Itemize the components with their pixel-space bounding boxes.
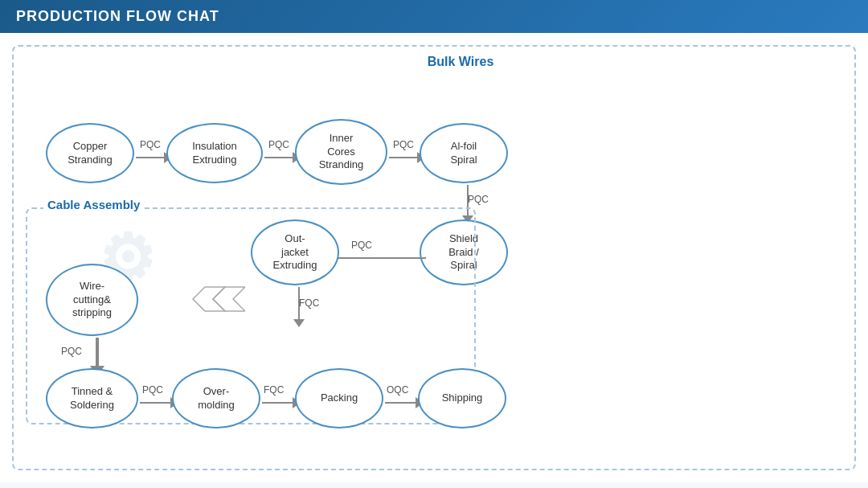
page-header: PRODUCTION FLOW CHAT bbox=[0, 0, 868, 33]
arrow-placeholder-cable bbox=[141, 284, 245, 314]
pqc-label-tinned: PQC bbox=[142, 384, 163, 396]
pqc-label-1: PQC bbox=[140, 139, 161, 150]
pqc-label-wire: PQC bbox=[61, 346, 82, 357]
node-tinned-soldering: Tinned & Soldering bbox=[46, 368, 138, 429]
pqc-label-2: PQC bbox=[268, 139, 289, 150]
pqc-label-3: PQC bbox=[393, 139, 414, 150]
node-packing: Packing bbox=[295, 368, 383, 429]
svg-marker-1 bbox=[193, 287, 225, 311]
node-wire-cutting: Wire- cutting& stripping bbox=[46, 264, 138, 336]
node-overmolding: Over- molding bbox=[172, 368, 260, 429]
cable-assembly-label: Cable Assembly bbox=[43, 198, 144, 211]
svg-marker-0 bbox=[213, 287, 245, 311]
fqc-label-overmolding: FQC bbox=[264, 384, 284, 396]
main-content: ⚙ Bulk Wires Copper Stranding PQC Insula… bbox=[0, 33, 868, 482]
node-alfoil-spiral: Al-foil Spiral bbox=[420, 123, 508, 183]
bulk-wires-label: Bulk Wires bbox=[428, 55, 494, 69]
node-inner-cores-stranding: Inner Cores Stranding bbox=[295, 119, 387, 185]
oqc-label: OQC bbox=[387, 384, 408, 396]
node-insulation-extruding: Insulation Extruding bbox=[166, 123, 263, 183]
outer-flow-box: ⚙ Bulk Wires Copper Stranding PQC Insula… bbox=[12, 45, 856, 470]
node-copper-stranding: Copper Stranding bbox=[46, 123, 134, 183]
pqc-label-alfoil-down: PQC bbox=[468, 194, 489, 205]
node-shipping: Shipping bbox=[418, 368, 506, 429]
page-title: PRODUCTION FLOW CHAT bbox=[16, 8, 219, 25]
